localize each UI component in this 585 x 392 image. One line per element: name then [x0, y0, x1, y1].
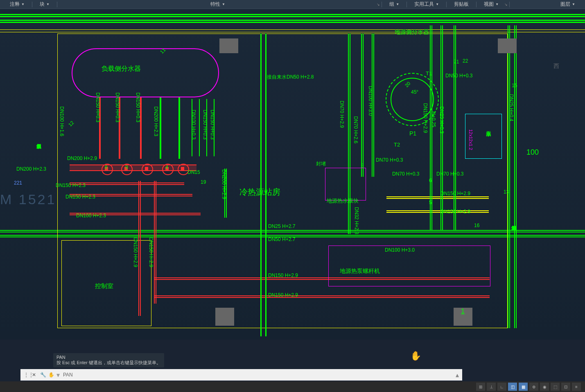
pipe	[154, 295, 490, 298]
sb-btn-8[interactable]: ⊡	[561, 383, 570, 391]
menubar: 注释▼ 块▼ 特性▼ ↘ 组▼ 实用工具▼ 剪贴板 视图▼ ↘ 图层▼	[0, 0, 585, 9]
pipe	[70, 213, 201, 215]
wall	[0, 32, 585, 32]
pipe	[214, 99, 215, 156]
pipe	[192, 99, 192, 156]
command-bar[interactable]: ⋮⋮ ✕ 🔧 ✋ ▾ ▴	[20, 369, 462, 381]
cmdbar-close-icon[interactable]: ✕	[32, 372, 38, 378]
pipe	[119, 97, 120, 159]
pump-8	[102, 164, 111, 173]
pipe	[372, 34, 374, 177]
command-feedback: PAN 按 Esc 或 Enter 键退出，或单击右键显示快捷菜单。	[53, 353, 164, 367]
menu-clipboard[interactable]: 剪贴板	[448, 0, 474, 9]
pump	[162, 164, 172, 173]
pipe	[224, 169, 227, 218]
menu-tools[interactable]: 实用工具▼	[409, 0, 445, 9]
menu-layer[interactable]: 图层▼	[511, 0, 581, 9]
pipe	[178, 97, 180, 159]
pump	[178, 164, 187, 173]
menu-block[interactable]: 块▼	[34, 0, 55, 9]
pipe	[386, 196, 489, 199]
column	[215, 308, 234, 326]
load-distributor-tank	[72, 48, 219, 97]
pipe	[138, 181, 141, 316]
pipe	[70, 182, 184, 185]
heatpump-screw	[328, 246, 490, 286]
pipe	[70, 194, 192, 196]
column	[498, 38, 517, 53]
pipe	[160, 97, 161, 159]
pipe	[514, 25, 517, 328]
drawing-canvas[interactable]: 负载侧分水器 冷热源站房	[0, 9, 585, 340]
pipe	[348, 34, 350, 234]
cmdbar-wrench-icon[interactable]: 🔧	[40, 372, 46, 378]
sb-btn-7[interactable]: ⬚	[551, 383, 560, 391]
pipe	[140, 97, 142, 159]
collector-device	[465, 114, 502, 159]
menu-annotate[interactable]: 注释▼	[4, 0, 30, 9]
sb-btn-9[interactable]: ≡	[572, 383, 581, 391]
pipe	[154, 181, 156, 304]
sb-btn-0[interactable]: ⊞	[476, 383, 485, 391]
menu-view[interactable]: 视图▼	[478, 0, 504, 9]
sb-btn-6[interactable]: ◉	[540, 383, 549, 391]
control-room	[61, 240, 151, 326]
pipe	[206, 99, 207, 156]
pipe	[99, 97, 101, 159]
pipe	[260, 34, 262, 336]
cmdbar-history-icon[interactable]: ▴	[456, 371, 459, 379]
pipe	[0, 20, 585, 23]
command-input[interactable]	[63, 372, 452, 378]
tank-p1-inner	[391, 78, 434, 121]
menu-group[interactable]: 组▼	[384, 0, 405, 9]
column	[454, 308, 472, 326]
pipe	[430, 25, 432, 230]
sb-btn-1[interactable]: ⊥	[487, 383, 496, 391]
hotwater-module	[325, 168, 366, 201]
pipe	[0, 14, 585, 17]
sb-btn-3[interactable]: ◫	[508, 383, 517, 391]
cmdbar-hand-icon: ✋	[48, 372, 54, 378]
column	[219, 38, 238, 53]
dim: 100	[526, 148, 539, 157]
pipe	[440, 25, 443, 230]
pan-cursor-icon: ✋	[410, 351, 421, 361]
pipe-label: DN200 H+2.3	[16, 166, 46, 172]
cmd-name: PAN	[56, 355, 161, 360]
dim: 221	[14, 180, 22, 186]
pipe	[508, 25, 510, 328]
status-bar: ⊞ ⊥ ∟ ◫ ▦ ⊕ ◉ ⬚ ⊡ ≡	[0, 381, 585, 392]
viewcube[interactable]: 西	[540, 50, 573, 83]
pipe	[454, 25, 456, 230]
sb-btn-5[interactable]: ⊕	[529, 383, 538, 391]
pump-9	[121, 164, 131, 173]
cmd-hint: 按 Esc 或 Enter 键退出，或单击右键显示快捷菜单。	[56, 360, 161, 366]
pipe	[386, 210, 489, 213]
pipe	[199, 99, 200, 156]
menu-properties[interactable]: 特性▼	[59, 0, 377, 9]
wall	[0, 29, 585, 30]
bg-watermark: M 1521	[0, 191, 56, 207]
pump-4	[142, 164, 151, 173]
pipe	[265, 34, 267, 336]
pipe	[361, 34, 364, 177]
sb-btn-2[interactable]: ∟	[497, 383, 506, 391]
sb-btn-4[interactable]: ▦	[519, 383, 528, 391]
cmdbar-grip-icon[interactable]: ⋮⋮	[24, 372, 29, 378]
